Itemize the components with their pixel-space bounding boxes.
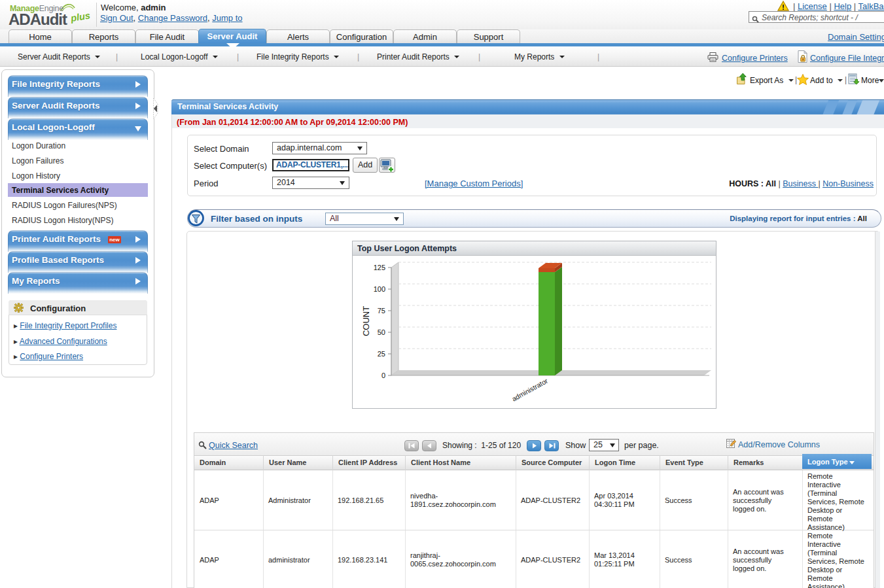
svg-text:ADAudit: ADAudit <box>9 10 67 28</box>
svg-text:plus: plus <box>69 10 91 24</box>
svg-text:100: 100 <box>374 285 385 293</box>
svg-text:administrator: administrator <box>510 377 549 403</box>
svg-text:75: 75 <box>378 307 385 315</box>
svg-text:25: 25 <box>378 350 385 358</box>
svg-text:0: 0 <box>381 372 385 379</box>
svg-text:COUNT: COUNT <box>361 306 371 336</box>
svg-text:50: 50 <box>378 328 385 336</box>
svg-text:125: 125 <box>374 264 385 271</box>
